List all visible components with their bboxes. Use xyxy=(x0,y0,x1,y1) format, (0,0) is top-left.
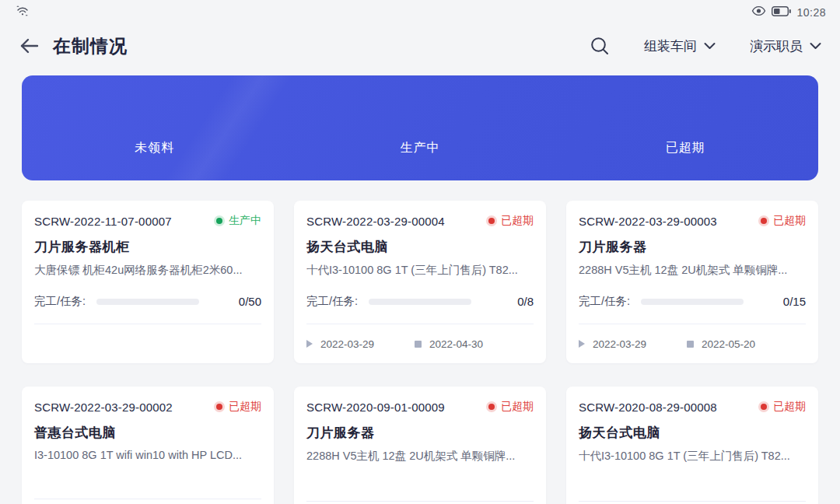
progress-label: 完工/任务: xyxy=(34,294,86,309)
status-badge: 生产中 xyxy=(216,214,261,228)
header: 在制情况 组装车间 演示职员 xyxy=(0,22,840,70)
progress-bar xyxy=(369,299,471,305)
product-title: 普惠台式电脑 xyxy=(34,424,261,442)
card-body: SCRW-2020-09-01-00009 已超期 刀片服务器 2288H V5… xyxy=(294,387,546,502)
stop-icon xyxy=(687,341,694,348)
card-footer xyxy=(22,499,274,504)
play-icon xyxy=(306,340,313,348)
progress-row: 完工/任务: 0/15 xyxy=(579,294,806,309)
start-date-value: 2022-03-29 xyxy=(320,338,374,350)
end-date: 2022-04-30 xyxy=(415,338,483,350)
chevron-down-icon xyxy=(810,42,821,50)
card-top-row: SCRW-2022-11-07-00007 生产中 xyxy=(34,214,261,228)
card-top-row: SCRW-2022-03-29-00004 已超期 xyxy=(306,214,534,228)
end-date: 2022-05-20 xyxy=(687,338,755,350)
status-badge: 已超期 xyxy=(216,400,261,414)
status-dot-icon xyxy=(216,218,222,224)
play-icon xyxy=(579,340,585,348)
status-bar: 10:28 xyxy=(0,0,840,22)
page-title: 在制情况 xyxy=(53,34,128,58)
workshop-selector[interactable]: 组装车间 xyxy=(644,37,716,55)
card-footer: 2022-03-29 2022-04-30 xyxy=(294,324,546,363)
status-label: 生产中 xyxy=(229,214,261,228)
status-label: 已超期 xyxy=(501,214,534,228)
end-date-value: 2022-05-20 xyxy=(702,338,755,350)
product-spec: 2288H V5主机 12盘 2U机架式 单颗铜牌... xyxy=(306,449,534,464)
work-order-card[interactable]: SCRW-2022-03-29-00003 已超期 刀片服务器 2288H V5… xyxy=(566,201,818,363)
work-order-card-grid: SCRW-2022-11-07-00007 生产中 刀片服务器机柜 大唐保镖 机… xyxy=(22,201,818,504)
status-label: 已超期 xyxy=(773,214,806,228)
banner-tab-not-picked[interactable]: 未领料 xyxy=(22,75,287,180)
start-date-value: 2022-03-29 xyxy=(593,338,646,350)
status-badge: 已超期 xyxy=(488,400,534,414)
card-body: SCRW-2022-11-07-00007 生产中 刀片服务器机柜 大唐保镖 机… xyxy=(22,201,274,324)
progress-row: 完工/任务: 0/50 xyxy=(34,294,261,309)
status-dot-icon xyxy=(488,218,495,224)
banner-tab-in-production[interactable]: 生产中 xyxy=(287,75,552,180)
product-title: 刀片服务器 xyxy=(579,238,806,256)
status-dot-icon xyxy=(488,404,495,410)
card-footer: 2022-03-29 2022-05-20 xyxy=(566,324,818,363)
work-order-card[interactable]: SCRW-2022-03-29-00002 已超期 普惠台式电脑 I3-1010… xyxy=(22,387,274,504)
status-dot-icon xyxy=(761,404,767,410)
progress-label: 完工/任务: xyxy=(579,294,630,309)
card-top-row: SCRW-2020-09-01-00009 已超期 xyxy=(306,400,534,414)
order-number: SCRW-2022-11-07-00007 xyxy=(34,215,172,228)
card-body: SCRW-2022-03-29-00003 已超期 刀片服务器 2288H V5… xyxy=(566,201,818,324)
end-date-value: 2022-04-30 xyxy=(429,338,483,350)
eye-icon xyxy=(751,5,766,19)
progress-row: 完工/任务: 0/8 xyxy=(306,294,534,309)
banner-tab-overdue[interactable]: 已超期 xyxy=(553,75,818,180)
product-spec: 十代I3-10100 8G 1T (三年上门售后) T82... xyxy=(579,449,806,464)
product-spec: 大唐保镖 机柜42u网络服务器机柜2米60... xyxy=(34,263,261,278)
start-date: 2022-03-29 xyxy=(306,338,374,350)
card-body: SCRW-2020-08-29-00008 已超期 扬天台式电脑 十代I3-10… xyxy=(566,387,818,502)
status-summary-banner: 未领料 生产中 已超期 xyxy=(22,75,818,180)
product-spec: 2288H V5主机 12盘 2U机架式 单颗铜牌... xyxy=(579,263,806,278)
stop-icon xyxy=(415,341,422,348)
product-spec: 十代I3-10100 8G 1T (三年上门售后) T82... xyxy=(306,263,534,278)
status-right-group: 10:28 xyxy=(751,5,826,19)
status-label: 已超期 xyxy=(501,400,534,414)
progress-value: 0/8 xyxy=(517,295,534,308)
work-order-card[interactable]: SCRW-2022-11-07-00007 生产中 刀片服务器机柜 大唐保镖 机… xyxy=(22,201,274,363)
card-footer xyxy=(22,324,274,363)
chevron-down-icon xyxy=(704,42,716,50)
progress-value: 0/15 xyxy=(783,295,806,308)
order-number: SCRW-2022-03-29-00004 xyxy=(306,215,445,228)
product-spec: I3-10100 8G 1T wifi win10 with HP LCD... xyxy=(34,449,261,461)
clock-time: 10:28 xyxy=(796,6,826,19)
order-number: SCRW-2022-03-29-00002 xyxy=(34,401,173,414)
work-order-card[interactable]: SCRW-2022-03-29-00004 已超期 扬天台式电脑 十代I3-10… xyxy=(294,201,546,363)
status-badge: 已超期 xyxy=(761,400,806,414)
wifi-icon xyxy=(16,5,30,20)
status-label: 已超期 xyxy=(229,400,261,414)
search-icon[interactable] xyxy=(590,36,610,56)
status-dot-icon xyxy=(761,218,767,224)
status-label: 已超期 xyxy=(773,400,806,414)
start-date: 2022-03-29 xyxy=(579,338,646,350)
product-title: 刀片服务器 xyxy=(306,424,534,442)
progress-bar xyxy=(641,299,744,305)
card-top-row: SCRW-2022-03-29-00002 已超期 xyxy=(34,400,261,414)
product-title: 扬天台式电脑 xyxy=(306,238,534,256)
work-order-card[interactable]: SCRW-2020-08-29-00008 已超期 扬天台式电脑 十代I3-10… xyxy=(566,387,818,504)
user-selector-label: 演示职员 xyxy=(750,37,803,55)
card-top-row: SCRW-2022-03-29-00003 已超期 xyxy=(579,214,806,228)
status-badge: 已超期 xyxy=(761,214,806,228)
status-badge: 已超期 xyxy=(488,214,534,228)
status-dot-icon xyxy=(216,404,222,410)
back-button[interactable] xyxy=(17,34,40,58)
work-order-card[interactable]: SCRW-2020-09-01-00009 已超期 刀片服务器 2288H V5… xyxy=(294,387,546,504)
product-title: 刀片服务器机柜 xyxy=(34,238,261,256)
product-title: 扬天台式电脑 xyxy=(579,424,806,442)
order-number: SCRW-2022-03-29-00003 xyxy=(579,215,717,228)
user-selector[interactable]: 演示职员 xyxy=(750,37,821,55)
card-top-row: SCRW-2020-08-29-00008 已超期 xyxy=(579,400,806,414)
progress-bar xyxy=(96,299,199,305)
card-body: SCRW-2022-03-29-00004 已超期 扬天台式电脑 十代I3-10… xyxy=(294,201,546,324)
order-number: SCRW-2020-08-29-00008 xyxy=(579,401,717,414)
card-body: SCRW-2022-03-29-00002 已超期 普惠台式电脑 I3-1010… xyxy=(22,387,274,499)
header-right-group: 组装车间 演示职员 xyxy=(590,36,821,56)
order-number: SCRW-2020-09-01-00009 xyxy=(306,401,445,414)
